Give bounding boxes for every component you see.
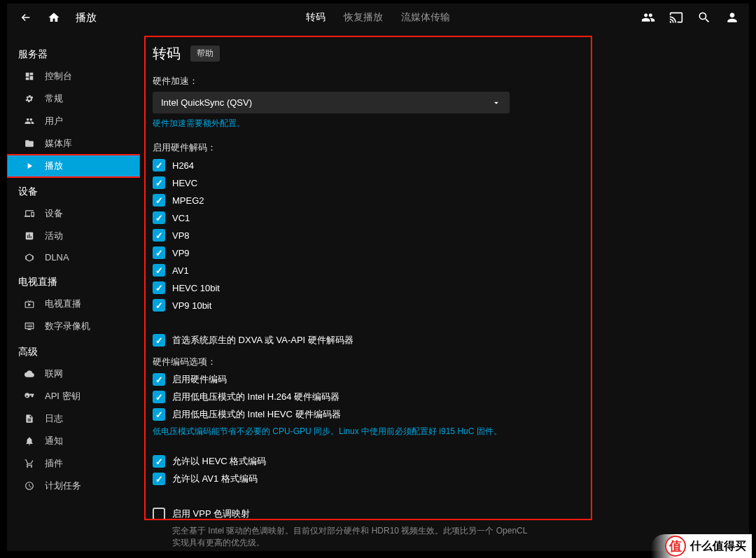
allow-av1-checkbox[interactable] xyxy=(153,473,165,485)
sidebar-item-folder[interactable]: 媒体库 xyxy=(7,132,140,155)
allow-hevc-checkbox[interactable] xyxy=(153,455,165,468)
settings-icon xyxy=(24,94,35,104)
schedule-icon xyxy=(24,481,35,491)
back-icon[interactable] xyxy=(20,11,32,24)
sidebar-item-label: 设备 xyxy=(45,207,63,220)
watermark: 值 什么值得买 xyxy=(651,534,752,558)
tab-resume[interactable]: 恢复播放 xyxy=(344,11,383,24)
home-icon[interactable] xyxy=(48,11,60,24)
sidebar-item-label: 控制台 xyxy=(45,70,72,83)
header-tabs: 转码 恢复播放 流媒体传输 xyxy=(306,11,450,24)
sidebar-item-cloud[interactable]: 联网 xyxy=(7,363,140,385)
prefer-native-label: 首选系统原生的 DXVA 或 VA-API 硬件解码器 xyxy=(172,334,354,347)
tab-streaming[interactable]: 流媒体传输 xyxy=(401,11,450,24)
hw-accel-value: Intel QuickSync (QSV) xyxy=(161,97,252,108)
codec-label: VP8 xyxy=(172,230,190,241)
content-area: 转码 帮助 硬件加速： Intel QuickSync (QSV) 硬件加速需要… xyxy=(140,32,749,551)
sidebar-item-label: API 密钥 xyxy=(45,390,80,403)
tab-transcode[interactable]: 转码 xyxy=(306,11,326,24)
codec-checkbox[interactable] xyxy=(153,246,165,259)
sidebar-item-dvr[interactable]: 数字录像机 xyxy=(7,315,140,337)
codec-checkbox[interactable] xyxy=(153,194,165,207)
codec-checkbox[interactable] xyxy=(153,229,165,242)
encode-opt-checkbox[interactable] xyxy=(153,373,165,386)
encode-opt-checkbox[interactable] xyxy=(153,391,165,403)
sidebar-item-key[interactable]: API 密钥 xyxy=(7,385,140,407)
sidebar-item-dlna[interactable]: DLNA xyxy=(7,247,140,267)
livetv-icon xyxy=(24,299,35,309)
codec-label: VP9 10bit xyxy=(172,300,211,311)
hw-accel-hint[interactable]: 硬件加速需要额外配置。 xyxy=(153,118,736,130)
vpp-tone-label: 启用 VPP 色调映射 xyxy=(172,508,250,520)
chevron-down-icon xyxy=(491,98,501,108)
codec-label: MPEG2 xyxy=(172,195,204,206)
key-icon xyxy=(24,391,35,401)
sidebar-item-label: 通知 xyxy=(45,435,63,447)
help-button[interactable]: 帮助 xyxy=(190,46,220,62)
sidebar-item-dashboard[interactable]: 控制台 xyxy=(7,65,140,88)
plugin-icon xyxy=(24,459,35,468)
sidebar-item-livetv[interactable]: 电视直播 xyxy=(7,293,140,315)
sidebar-item-log[interactable]: 日志 xyxy=(7,407,140,430)
sidebar-item-schedule[interactable]: 计划任务 xyxy=(7,475,140,497)
codec-checkbox[interactable] xyxy=(153,299,165,312)
sidebar-item-settings[interactable]: 常规 xyxy=(7,88,140,110)
devices-icon xyxy=(24,209,35,218)
search-icon[interactable] xyxy=(697,11,711,25)
activity-icon xyxy=(24,231,35,241)
sidebar-item-people[interactable]: 用户 xyxy=(7,110,140,132)
codec-label: HEVC xyxy=(172,178,197,188)
vpp-tone-desc: 完全基于 Intel 驱动的色调映射。目前仅对部分硬件和 HDR10 视频生效。… xyxy=(172,525,529,549)
bell-icon xyxy=(24,436,35,446)
panel-title: 转码 xyxy=(153,44,181,63)
allow-av1-label: 允许以 AV1 格式编码 xyxy=(172,473,258,485)
sidebar-item-label: 插件 xyxy=(45,457,63,470)
people-icon xyxy=(24,116,35,126)
watermark-text: 什么值得买 xyxy=(690,537,746,556)
codec-checkbox[interactable] xyxy=(153,264,165,277)
lowpower-hint[interactable]: 低电压模式编码能节省不必要的 CPU-GPU 同步。Linux 中使用前必须配置… xyxy=(153,426,736,438)
prefer-native-checkbox[interactable] xyxy=(153,334,165,347)
codec-label: H264 xyxy=(172,160,194,171)
sidebar-item-label: 数字录像机 xyxy=(45,320,90,333)
user-icon[interactable] xyxy=(725,11,739,25)
sidebar-item-label: 用户 xyxy=(45,115,63,127)
top-bar: 播放 转码 恢复播放 流媒体传输 xyxy=(7,4,749,32)
cloud-icon xyxy=(24,369,35,379)
sidebar-item-activity[interactable]: 活动 xyxy=(7,225,140,247)
sidebar-section-title: 电视直播 xyxy=(7,272,140,293)
cast-icon[interactable] xyxy=(669,11,683,25)
dlna-icon xyxy=(24,253,35,263)
codec-checkbox[interactable] xyxy=(153,159,165,172)
codec-checkbox[interactable] xyxy=(153,281,165,294)
play-icon xyxy=(24,161,35,171)
folder-icon xyxy=(24,139,35,148)
page-title: 播放 xyxy=(76,11,97,25)
dvr-icon xyxy=(24,321,35,331)
sidebar-section-title: 服务器 xyxy=(7,44,140,65)
codec-label: AV1 xyxy=(172,265,189,276)
encode-opt-label: 启用低电压模式的 Intel H.264 硬件编码器 xyxy=(172,391,340,403)
encode-opt-checkbox[interactable] xyxy=(153,408,165,421)
sidebar-item-play[interactable]: 播放 xyxy=(7,155,140,177)
sidebar-item-label: 媒体库 xyxy=(45,137,72,150)
decode-label: 启用硬件解码： xyxy=(153,142,736,154)
log-icon xyxy=(24,414,35,424)
sidebar-item-label: DLNA xyxy=(45,252,69,263)
encode-opt-label: 启用硬件编码 xyxy=(172,373,227,386)
encode-label: 硬件编码选项： xyxy=(153,356,736,368)
sidebar-item-label: 常规 xyxy=(45,92,63,105)
vpp-tone-checkbox[interactable] xyxy=(153,508,165,520)
sidebar-item-label: 联网 xyxy=(45,368,63,380)
hw-accel-select[interactable]: Intel QuickSync (QSV) xyxy=(153,92,510,113)
codec-checkbox[interactable] xyxy=(153,211,165,224)
sidebar-item-bell[interactable]: 通知 xyxy=(7,430,140,452)
sidebar-item-devices[interactable]: 设备 xyxy=(7,202,140,225)
sidebar-item-label: 活动 xyxy=(45,230,63,242)
dashboard-icon xyxy=(24,71,35,81)
codec-checkbox[interactable] xyxy=(153,176,165,189)
users-icon[interactable] xyxy=(641,11,655,25)
sidebar-section-title: 设备 xyxy=(7,181,140,202)
sidebar-item-plugin[interactable]: 插件 xyxy=(7,452,140,475)
codec-label: HEVC 10bit xyxy=(172,283,220,293)
